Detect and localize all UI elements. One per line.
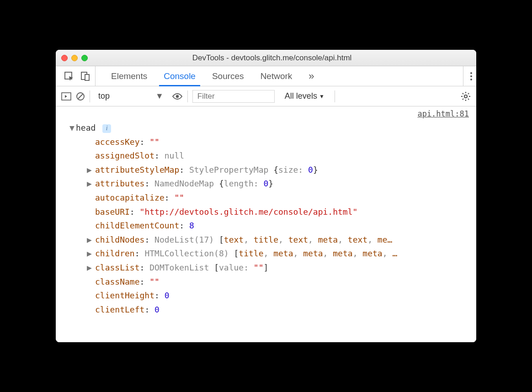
prop-clientleft[interactable]: clientLeft: 0: [60, 303, 472, 317]
console-settings-icon[interactable]: [461, 91, 471, 101]
svg-rect-2: [85, 74, 89, 80]
source-link[interactable]: api.html:81: [56, 106, 476, 119]
console-toolbar: top ▼ All levels ▼: [56, 86, 476, 106]
inspect-element-icon[interactable]: [64, 71, 74, 81]
svg-line-17: [463, 99, 463, 100]
chevron-down-icon: ▼: [319, 93, 325, 100]
prop-childnodes[interactable]: ▶childNodes: NodeList(17) [text, title, …: [60, 233, 472, 247]
svg-line-18: [468, 93, 469, 94]
tabs-left-group: [59, 66, 96, 86]
svg-point-5: [470, 79, 472, 80]
console-output: ▼head i accessKey: "" assignedSlot: null…: [56, 119, 476, 342]
prop-childelementcount[interactable]: childElementCount: 8: [60, 219, 472, 233]
clear-console-icon[interactable]: [76, 92, 85, 101]
tabs-list: Elements Console Sources Network »: [96, 66, 463, 86]
prop-autocapitalize[interactable]: autocapitalize: "": [60, 191, 472, 205]
tabs-row: Elements Console Sources Network »: [56, 66, 476, 86]
window-title: DevTools - devtools.glitch.me/console/ap…: [73, 53, 471, 63]
expand-arrow-icon: ▶: [87, 233, 92, 247]
tab-elements[interactable]: Elements: [103, 66, 155, 86]
svg-point-9: [176, 95, 179, 97]
log-levels-select[interactable]: All levels ▼: [285, 91, 325, 101]
svg-point-10: [464, 95, 467, 97]
svg-line-8: [78, 94, 83, 99]
tabs-menu-group: [463, 66, 473, 86]
toolbar-divider-2: [187, 90, 188, 102]
expand-arrow-icon: ▶: [87, 261, 92, 275]
expand-arrow-icon: ▶: [87, 163, 92, 177]
prop-children[interactable]: ▶children: HTMLCollection(8) [title, met…: [60, 247, 472, 261]
prop-classlist[interactable]: ▶classList: DOMTokenList [value: ""]: [60, 261, 472, 275]
window-close-button[interactable]: [61, 55, 68, 61]
prop-baseuri[interactable]: baseURI: "http://devtools.glitch.me/cons…: [60, 205, 472, 219]
svg-line-16: [468, 99, 469, 100]
expand-arrow-icon: ▶: [87, 247, 92, 261]
prop-accesskey[interactable]: accessKey: "": [60, 135, 472, 149]
prop-attributes[interactable]: ▶attributes: NamedNodeMap {length: 0}: [60, 177, 472, 191]
devtools-window: DevTools - devtools.glitch.me/console/ap…: [56, 50, 476, 342]
execution-context-select[interactable]: top ▼: [95, 90, 167, 102]
filter-input[interactable]: [192, 90, 275, 103]
tab-sources[interactable]: Sources: [204, 66, 252, 86]
tab-network[interactable]: Network: [252, 66, 301, 86]
show-console-sidebar-icon[interactable]: [61, 92, 71, 101]
tabs-overflow-button[interactable]: »: [300, 66, 322, 86]
root-label: head: [76, 123, 96, 132]
prop-clientheight[interactable]: clientHeight: 0: [60, 289, 472, 303]
collapse-arrow-icon: ▼: [69, 121, 75, 135]
kebab-menu-icon[interactable]: [470, 71, 473, 81]
toolbar-divider-3: [335, 90, 335, 102]
live-expression-icon[interactable]: [172, 93, 183, 100]
svg-point-4: [470, 75, 472, 77]
expand-arrow-icon: ▶: [87, 177, 92, 191]
context-label: top: [98, 91, 110, 101]
prop-attributestylemap[interactable]: ▶attributeStyleMap: StylePropertyMap {si…: [60, 163, 472, 177]
chevron-down-icon: ▼: [155, 91, 164, 101]
object-root[interactable]: ▼head i: [60, 121, 472, 135]
prop-assignedslot[interactable]: assignedSlot: null: [60, 149, 472, 163]
svg-line-15: [463, 93, 463, 94]
tab-console[interactable]: Console: [155, 66, 204, 86]
info-badge-icon[interactable]: i: [102, 124, 111, 133]
levels-label: All levels: [285, 91, 317, 101]
prop-classname[interactable]: className: "": [60, 275, 472, 289]
device-toolbar-icon[interactable]: [80, 71, 90, 81]
svg-point-3: [470, 72, 472, 74]
titlebar: DevTools - devtools.glitch.me/console/ap…: [56, 50, 476, 66]
toolbar-divider: [90, 90, 90, 102]
